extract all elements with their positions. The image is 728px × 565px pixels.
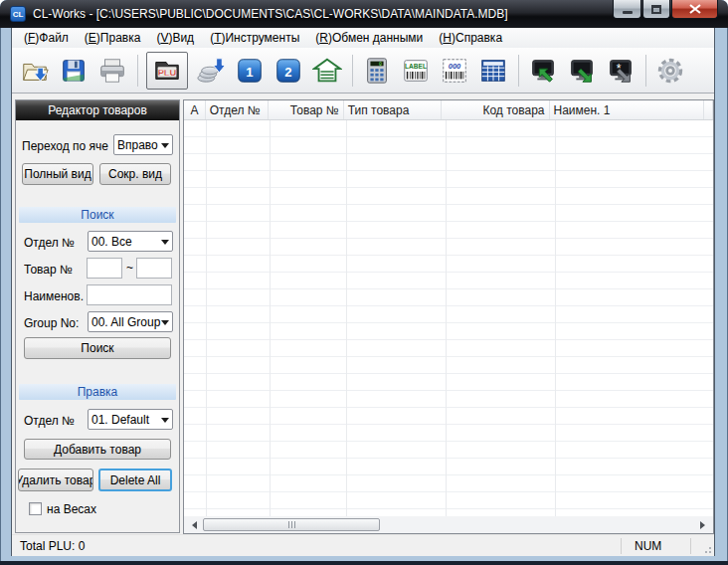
maximize-button[interactable]	[642, 0, 670, 19]
delete-item-button[interactable]: Удалить товар	[18, 469, 93, 491]
menu-item[interactable]: (H)Справка	[431, 29, 510, 47]
gear-icon	[655, 56, 685, 86]
number-1-icon: 1	[235, 56, 265, 86]
grid-vline	[446, 120, 447, 518]
send-special-button[interactable]: *	[605, 55, 637, 87]
plu-editor-button[interactable]: PLU	[146, 52, 188, 90]
chevron-down-icon	[161, 320, 169, 329]
settings-button[interactable]	[654, 55, 686, 87]
menu-item[interactable]: (V)Вид	[148, 29, 202, 47]
discount-button[interactable]	[195, 55, 227, 87]
column-header[interactable]: A	[184, 100, 206, 119]
name-label: Наименов.	[24, 289, 84, 303]
full-view-button[interactable]: Полный вид	[22, 163, 93, 185]
column-header[interactable]: Тип товара	[344, 100, 442, 119]
print-button[interactable]	[96, 55, 128, 87]
menu-item[interactable]: (F)Файл	[16, 29, 77, 47]
toolbar-separator	[137, 55, 138, 87]
edit-dept-label: Отдел №	[24, 414, 75, 428]
table-body[interactable]	[184, 120, 713, 518]
printer-icon	[97, 56, 127, 86]
grid-vline	[206, 120, 207, 518]
grid-vline	[555, 120, 556, 518]
product-editor-panel: Редактор товаров Переход по яче Вправо П…	[15, 99, 180, 533]
home-button[interactable]	[311, 55, 343, 87]
item-from-input[interactable]	[87, 258, 122, 279]
label-editor-button[interactable]: LABEL	[400, 55, 432, 87]
name-input[interactable]	[87, 284, 172, 305]
statusbar-separator	[690, 538, 691, 554]
delete-all-button[interactable]: Delete All	[98, 469, 172, 491]
close-button[interactable]	[671, 0, 718, 19]
screen-2-button[interactable]: 2	[273, 55, 304, 87]
scroll-right-button[interactable]	[696, 516, 713, 533]
menu-item[interactable]: (T)Инструменты	[202, 29, 307, 47]
search-section-header: Поиск	[19, 207, 176, 223]
menu-item[interactable]: (R)Обмен данными	[307, 29, 431, 47]
search-dept-combo[interactable]: 00. Все	[88, 231, 173, 252]
num-lock-indicator: NUM	[635, 539, 661, 553]
resize-grip[interactable]	[701, 543, 711, 553]
on-scales-label: на Весах	[47, 502, 96, 516]
horizontal-scrollbar[interactable]	[184, 516, 713, 533]
receive-from-scale-button[interactable]	[527, 55, 559, 87]
column-header[interactable]: Наимен. 1	[550, 100, 705, 119]
column-header-filler	[704, 100, 713, 119]
add-item-button[interactable]: Добавить товар	[24, 439, 171, 460]
group-combo[interactable]: 00. All Group	[88, 311, 173, 332]
barcode-button[interactable]: 000	[439, 55, 470, 87]
cell-nav-value: Вправо	[117, 138, 158, 152]
chevron-down-icon	[161, 240, 169, 249]
save-button[interactable]	[58, 55, 90, 87]
search-button[interactable]: Поиск	[24, 337, 171, 359]
send-to-scale-button[interactable]	[566, 55, 598, 87]
open-file-button[interactable]	[19, 55, 51, 87]
thumb-grip-icon	[287, 521, 296, 528]
grid-vline	[346, 120, 347, 518]
column-header[interactable]: Код товара	[442, 100, 549, 119]
group-value: 00. All Group	[91, 315, 160, 329]
grid-view-button[interactable]	[477, 55, 509, 87]
toolbar: PLU 1 2	[12, 48, 714, 94]
total-plu-status: Total PLU: 0	[20, 539, 85, 553]
edit-section-header: Правка	[19, 384, 176, 400]
client-area: (F)Файл(E)Правка(V)Вид(T)Инструменты(R)О…	[11, 28, 715, 556]
arrow-right-icon	[700, 521, 709, 529]
chevron-down-icon	[161, 143, 169, 152]
search-dept-label: Отдел №	[24, 236, 75, 250]
column-header[interactable]: Отдел №	[206, 100, 269, 119]
item-to-input[interactable]	[136, 258, 172, 279]
minimize-icon	[623, 11, 633, 14]
cell-nav-label: Переход по яче	[22, 139, 113, 153]
svg-text:0: 0	[379, 61, 382, 66]
window-title: CL-Works - [C:\USERS\PUBLIC\DOCUMENTS\CA…	[33, 7, 508, 21]
calculator-icon: 0	[362, 56, 392, 86]
scroll-left-button[interactable]	[184, 516, 201, 533]
minimize-button[interactable]	[613, 0, 641, 19]
statusbar-separator	[621, 538, 622, 554]
calculator-button[interactable]: 0	[361, 55, 393, 87]
column-header[interactable]: Товар №	[269, 100, 344, 119]
toolbar-separator	[645, 55, 646, 87]
window-controls	[612, 0, 718, 19]
cell-nav-combo[interactable]: Вправо	[113, 134, 173, 155]
edit-dept-value: 01. Default	[91, 413, 149, 427]
app-window: CL CL-Works - [C:\USERS\PUBLIC\DOCUMENTS…	[0, 0, 728, 565]
scrollbar-thumb[interactable]	[203, 518, 380, 531]
plu-icon: PLU	[152, 56, 182, 86]
plu-table: AОтдел №Товар №Тип товараКод товараНаиме…	[183, 99, 714, 534]
coins-download-icon	[196, 56, 226, 86]
menu-item[interactable]: (E)Правка	[77, 29, 149, 47]
on-scales-checkbox[interactable]	[29, 502, 42, 515]
grid-vline	[270, 120, 271, 518]
menu-bar: (F)Файл(E)Правка(V)Вид(T)Инструменты(R)О…	[12, 28, 714, 48]
pc-send-icon	[567, 56, 597, 86]
title-bar[interactable]: CL CL-Works - [C:\USERS\PUBLIC\DOCUMENTS…	[0, 0, 728, 28]
screen-1-button[interactable]: 1	[234, 55, 266, 87]
short-view-button[interactable]: Сокр. вид	[99, 163, 171, 185]
edit-dept-combo[interactable]: 01. Default	[88, 409, 173, 430]
svg-text:2: 2	[284, 64, 291, 79]
close-icon	[689, 4, 701, 14]
table-header: AОтдел №Товар №Тип товараКод товараНаиме…	[184, 100, 713, 120]
search-item-label: Товар №	[24, 263, 73, 277]
